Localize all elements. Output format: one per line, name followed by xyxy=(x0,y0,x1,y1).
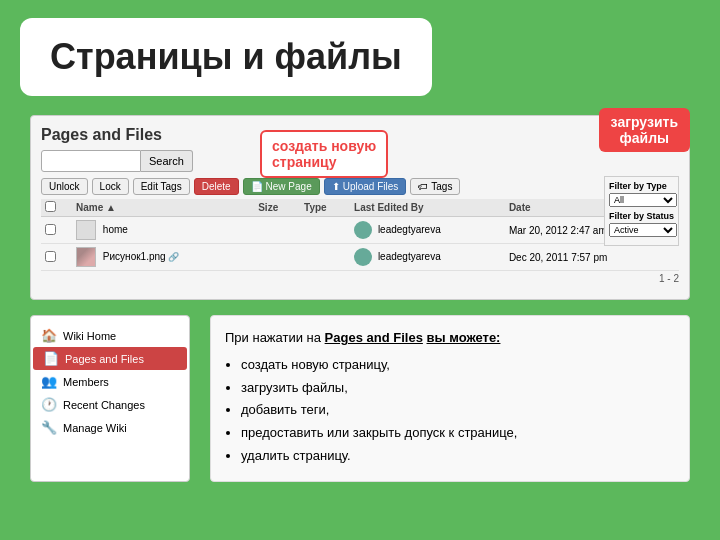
list-item: создать новую страницу, xyxy=(241,355,675,376)
files-table: Name ▲ Size Type Last Edited By Date hom… xyxy=(41,199,679,271)
delete-button[interactable]: Delete xyxy=(194,178,239,195)
pf-toolbar: Unlock Lock Edit Tags Delete 📄 New Page … xyxy=(41,178,679,195)
col-editor: Last Edited By xyxy=(350,199,505,217)
wiki-nav-panel: 🏠 Wiki Home 📄 Pages and Files 👥 Members … xyxy=(30,315,190,482)
search-button[interactable]: Search xyxy=(141,150,193,172)
members-icon: 👥 xyxy=(41,374,57,389)
filter-panel: Filter by Type All Filter by Status Acti… xyxy=(604,176,679,246)
bubble-create: создать новуюстраницу xyxy=(260,130,388,178)
wiki-nav-label: Manage Wiki xyxy=(63,422,127,434)
edit-tags-button[interactable]: Edit Tags xyxy=(133,178,190,195)
wiki-nav-item-changes[interactable]: 🕐 Recent Changes xyxy=(31,393,189,416)
file-name: Рисунок1.png xyxy=(103,251,166,262)
list-item: загрузить файлы, xyxy=(241,378,675,399)
wiki-nav-label: Recent Changes xyxy=(63,399,145,411)
desc-intro: При нажатии на Pages and Files вы можете… xyxy=(225,328,675,349)
tags-button[interactable]: 🏷 Tags xyxy=(410,178,460,195)
col-check xyxy=(41,199,72,217)
bottom-row: 🏠 Wiki Home 📄 Pages and Files 👥 Members … xyxy=(30,315,690,482)
wiki-nav-label: Pages and Files xyxy=(65,353,144,365)
editor-name: leadegtyareva xyxy=(378,251,441,262)
desc-panel: При нажатии на Pages and Files вы можете… xyxy=(210,315,690,482)
avatar xyxy=(354,248,372,266)
filter-status-label: Filter by Status xyxy=(609,211,674,221)
filter-type-label: Filter by Type xyxy=(609,181,674,191)
list-item: предоставить или закрыть допуск к страни… xyxy=(241,423,675,444)
pages-icon: 📄 xyxy=(43,351,59,366)
col-name: Name ▲ xyxy=(72,199,254,217)
file-thumb xyxy=(76,220,96,240)
wiki-nav-item-members[interactable]: 👥 Members xyxy=(31,370,189,393)
filter-status-select[interactable]: Active xyxy=(609,223,677,237)
row-checkbox[interactable] xyxy=(45,224,56,235)
link-icon: 🔗 xyxy=(168,252,179,262)
bubble-upload: загрузитьфайлы xyxy=(599,108,690,152)
upload-icon: ⬆ xyxy=(332,181,340,192)
list-item: удалить страницу. xyxy=(241,446,675,467)
table-row: Рисунок1.png 🔗 leadegtyareva Dec 20, 201… xyxy=(41,244,679,271)
desc-list: создать новую страницу, загрузить файлы,… xyxy=(225,355,675,467)
tag-icon: 🏷 xyxy=(418,181,428,192)
pagination: 1 - 2 xyxy=(41,273,679,284)
avatar xyxy=(354,221,372,239)
table-row: home leadegtyareva Mar 20, 2012 2:47 am xyxy=(41,217,679,244)
editor-name: leadegtyareva xyxy=(378,224,441,235)
title-card: Страницы и файлы xyxy=(20,18,432,96)
new-page-button[interactable]: 📄 New Page xyxy=(243,178,320,195)
wiki-nav-label: Wiki Home xyxy=(63,330,116,342)
select-all-checkbox[interactable] xyxy=(45,201,56,212)
row-checkbox[interactable] xyxy=(45,251,56,262)
unlock-button[interactable]: Unlock xyxy=(41,178,88,195)
wiki-nav-item-pages[interactable]: 📄 Pages and Files xyxy=(33,347,187,370)
wiki-nav-item-home[interactable]: 🏠 Wiki Home xyxy=(31,324,189,347)
upload-files-button[interactable]: ⬆ Upload Files xyxy=(324,178,407,195)
lock-button[interactable]: Lock xyxy=(92,178,129,195)
home-icon: 🏠 xyxy=(41,328,57,343)
wiki-nav-label: Members xyxy=(63,376,109,388)
manage-icon: 🔧 xyxy=(41,420,57,435)
file-thumb-img xyxy=(76,247,96,267)
page-title: Страницы и файлы xyxy=(50,36,402,78)
list-item: добавить теги, xyxy=(241,400,675,421)
col-type: Type xyxy=(300,199,350,217)
new-page-icon: 📄 xyxy=(251,181,263,192)
col-size: Size xyxy=(254,199,300,217)
filter-type-select[interactable]: All xyxy=(609,193,677,207)
search-input[interactable] xyxy=(41,150,141,172)
wiki-nav-item-manage[interactable]: 🔧 Manage Wiki xyxy=(31,416,189,439)
changes-icon: 🕐 xyxy=(41,397,57,412)
file-name: home xyxy=(103,224,128,235)
